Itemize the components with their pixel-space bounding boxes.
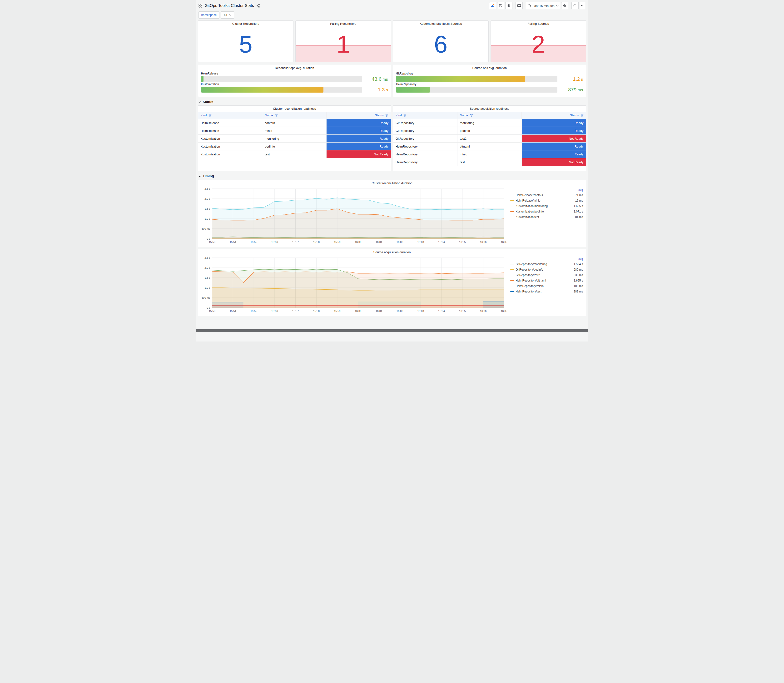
- legend-item[interactable]: HelmRepository/test289 ms: [510, 289, 583, 294]
- legend-item[interactable]: GitRepository/podinfo980 ms: [510, 267, 583, 272]
- plot-area[interactable]: 15:5315:5415:5515:5615:5715:5815:5916:00…: [198, 186, 507, 245]
- panel-title[interactable]: Kubernetes Manifests Sources: [393, 21, 488, 27]
- column-header-name[interactable]: Name: [457, 112, 522, 119]
- refresh-interval-dropdown[interactable]: [580, 2, 585, 9]
- svg-text:15:58: 15:58: [313, 240, 320, 244]
- column-header-label: Name: [460, 114, 468, 117]
- panel-title[interactable]: Source acquisition duration: [198, 249, 586, 255]
- kind-cell: HelmRepository: [393, 143, 457, 150]
- column-header-label: Status: [375, 114, 384, 117]
- svg-text:16:05: 16:05: [459, 240, 465, 244]
- section-timing-toggle[interactable]: Timing: [198, 174, 586, 178]
- panel-title[interactable]: Reconciler ops avg. duration: [201, 65, 388, 71]
- svg-text:500 ms: 500 ms: [201, 227, 210, 230]
- namespace-variable-label[interactable]: namespace: [199, 11, 220, 19]
- legend-item[interactable]: Kustomization/test84 ms: [510, 214, 583, 220]
- tv-mode-button[interactable]: [516, 2, 523, 9]
- column-header-kind[interactable]: Kind: [393, 112, 457, 119]
- panel-title[interactable]: Cluster reconciliation readiness: [198, 106, 391, 112]
- status-cell: Not Ready: [522, 135, 586, 142]
- legend-series-name: Kustomization/podinfo: [516, 210, 571, 213]
- table-row: HelmReleasecontourReady: [198, 119, 391, 127]
- status-cell: Ready: [522, 151, 586, 158]
- grafana-dashboard: GitOps Toolkit Cluster Stats Last 15: [196, 0, 588, 332]
- legend-item[interactable]: HelmRepository/minio108 ms: [510, 283, 583, 289]
- legend-series-name: GitRepository/test2: [516, 273, 571, 277]
- chevron-down-icon: [229, 14, 231, 16]
- legend-item[interactable]: GitRepository/monitoring1.594 s: [510, 261, 583, 267]
- panel-title[interactable]: Cluster reconciliation duration: [198, 180, 586, 186]
- kind-cell: HelmRelease: [198, 119, 263, 127]
- legend-item[interactable]: HelmRelease/contour71 ms: [510, 192, 583, 198]
- gauge-value: 43.6 ms: [362, 76, 388, 82]
- svg-text:16:07: 16:07: [501, 240, 507, 244]
- panel-title[interactable]: Source ops avg. duration: [396, 65, 583, 71]
- timeseries-panel-2: Source acquisition duration15:5315:5415:…: [198, 249, 586, 316]
- share-icon[interactable]: [257, 4, 260, 8]
- legend-series-color: [510, 269, 514, 270]
- stats-row: Cluster Reconcilers5Failing Reconcilers1…: [198, 21, 586, 62]
- filter-icon[interactable]: [385, 114, 388, 117]
- filter-icon[interactable]: [580, 114, 584, 117]
- refresh-button[interactable]: [571, 2, 579, 9]
- gauge-value-unit: ms: [382, 77, 388, 82]
- filter-icon[interactable]: [403, 114, 407, 117]
- gauge-body: 1.2 s: [396, 76, 583, 82]
- kind-cell: Kustomization: [198, 135, 263, 142]
- gauge-value-unit: s: [580, 77, 583, 82]
- status-badge: Not Ready: [522, 135, 586, 142]
- gauge-panel-2: Source ops avg. durationGitRepository1.2…: [393, 65, 586, 97]
- legend-avg-column-header[interactable]: avg: [578, 188, 583, 192]
- column-header-name[interactable]: Name: [262, 112, 327, 119]
- gauge-label: HelmRelease: [201, 72, 388, 75]
- svg-text:16:07: 16:07: [501, 309, 507, 313]
- legend: avgHelmRelease/contour71 msHelmRelease/m…: [507, 186, 586, 220]
- panel-title[interactable]: Cluster Reconcilers: [198, 21, 293, 27]
- filter-icon[interactable]: [208, 114, 212, 117]
- legend-item[interactable]: HelmRepository/bitnami1.695 s: [510, 278, 583, 283]
- legend-series-color: [510, 211, 514, 212]
- legend-series-color: [510, 281, 514, 281]
- column-header-status[interactable]: Status: [327, 112, 391, 119]
- dashboard-settings-button[interactable]: [505, 2, 512, 9]
- filter-icon[interactable]: [275, 114, 278, 117]
- column-header-status[interactable]: Status: [522, 112, 586, 119]
- dashboards-grid-icon[interactable]: [199, 4, 202, 8]
- table-row: GitRepositorytest2Not Ready: [393, 135, 586, 143]
- name-cell: monitoring: [457, 119, 522, 127]
- legend-header: avg: [510, 187, 583, 192]
- name-cell: minio: [457, 151, 522, 158]
- add-panel-button[interactable]: [489, 2, 496, 9]
- legend-item[interactable]: Kustomization/podinfo1.071 s: [510, 209, 583, 214]
- table-panel-1: Cluster reconciliation readinessKindName…: [198, 106, 391, 171]
- legend-item[interactable]: Kustomization/monitoring1.605 s: [510, 203, 583, 209]
- namespace-variable-select[interactable]: All: [221, 11, 234, 19]
- section-status-toggle[interactable]: Status: [198, 100, 586, 104]
- legend-series-name: HelmRepository/minio: [516, 284, 571, 288]
- save-dashboard-button[interactable]: [497, 2, 504, 9]
- status-badge: Not Ready: [327, 151, 391, 158]
- template-variables-row: namespace All: [198, 11, 586, 21]
- legend-item[interactable]: GitRepository/test2338 ms: [510, 272, 583, 278]
- filter-icon[interactable]: [470, 114, 473, 117]
- zoom-out-button[interactable]: [561, 2, 568, 9]
- svg-text:15:57: 15:57: [292, 240, 299, 244]
- legend-series-name: Kustomization/monitoring: [516, 204, 571, 208]
- plot-area[interactable]: 15:5315:5415:5515:5615:5715:5815:5916:00…: [198, 255, 507, 314]
- column-header-kind[interactable]: Kind: [198, 112, 263, 119]
- legend-item[interactable]: HelmRelease/minio16 ms: [510, 198, 583, 203]
- time-range-picker[interactable]: Last 15 minutes: [526, 2, 560, 9]
- svg-text:16:01: 16:01: [375, 240, 382, 244]
- gauge-label: HelmRepository: [396, 83, 583, 86]
- tv-icon: [517, 4, 521, 8]
- gauge-bar: [396, 87, 430, 93]
- panel-title[interactable]: Failing Sources: [491, 21, 586, 27]
- table-header-row: KindNameStatus: [393, 112, 586, 119]
- gauge-bar: [396, 76, 525, 82]
- svg-text:1.5 s: 1.5 s: [204, 276, 210, 279]
- status-cell: Ready: [327, 119, 391, 127]
- panel-title[interactable]: Source acquisition readiness: [393, 106, 586, 112]
- status-cell: Ready: [327, 135, 391, 142]
- legend-avg-column-header[interactable]: avg: [578, 257, 583, 261]
- panel-title[interactable]: Failing Reconcilers: [296, 21, 391, 27]
